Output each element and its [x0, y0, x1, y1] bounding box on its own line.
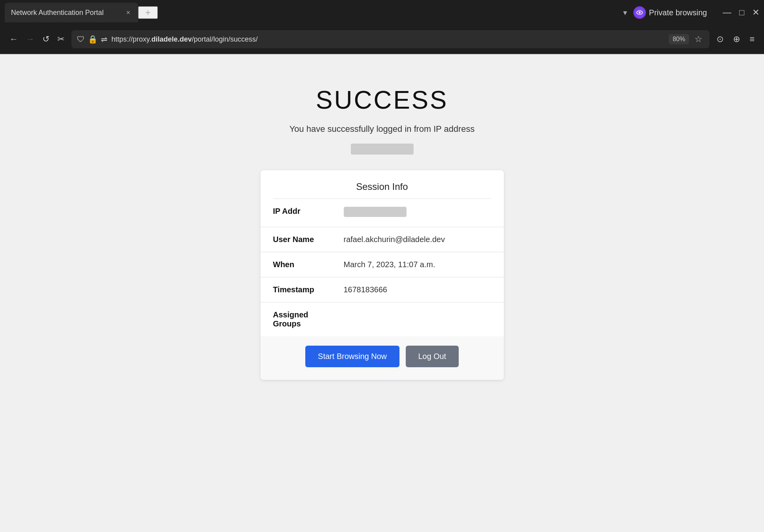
nav-buttons: ← → ↺ ✂ [6, 31, 67, 47]
shield-icon: 🛡 [77, 35, 85, 44]
private-browsing-label: Private browsing [649, 8, 707, 17]
url-suffix: /portal/login/success/ [192, 35, 258, 43]
table-row: User Name rafael.akchurin@diladele.dev [261, 227, 504, 252]
tab-close-button[interactable]: × [124, 7, 132, 18]
connection-icon: ⇌ [101, 35, 108, 44]
menu-button[interactable]: ≡ [746, 31, 758, 47]
start-browsing-button[interactable]: Start Browsing Now [305, 346, 399, 367]
window-controls: — □ ✕ [723, 7, 759, 18]
when-label: When [261, 252, 331, 277]
forward-button[interactable]: → [23, 31, 38, 47]
lock-icon: 🔒 [88, 35, 98, 44]
refresh-button[interactable]: ↺ [39, 31, 53, 47]
ip-addr-value [331, 199, 504, 227]
tab-bar-right: ▾ Private browsing — □ ✕ [623, 6, 759, 19]
bookmark-button[interactable]: ☆ [693, 33, 704, 46]
log-out-button[interactable]: Log Out [406, 346, 459, 367]
toolbar: ← → ↺ ✂ 🛡 🔒 ⇌ https://proxy.diladele.dev… [0, 25, 764, 53]
minimize-button[interactable]: — [723, 7, 731, 18]
table-row: When March 7, 2023, 11:07 a.m. [261, 252, 504, 277]
table-row: Timestamp 1678183666 [261, 277, 504, 302]
private-browsing-icon [633, 6, 646, 19]
success-subtitle: You have successfully logged in from IP … [289, 124, 474, 134]
url-text: https://proxy.diladele.dev/portal/login/… [111, 35, 665, 44]
new-tab-button[interactable]: + [138, 6, 158, 19]
card-footer: Start Browsing Now Log Out [261, 336, 504, 380]
session-info-table: IP Addr User Name rafael.akchurin@dilade… [261, 199, 504, 336]
ip-addr-label: IP Addr [261, 199, 331, 227]
zoom-level[interactable]: 80% [669, 34, 689, 44]
svg-point-1 [639, 12, 641, 14]
tracking-protection-button[interactable]: ✂ [54, 31, 67, 47]
table-row: IP Addr [261, 199, 504, 227]
session-card: Session Info IP Addr User Name rafael.ak… [261, 170, 504, 380]
timestamp-label: Timestamp [261, 277, 331, 302]
security-icons: 🛡 🔒 ⇌ [77, 35, 108, 44]
close-window-button[interactable]: ✕ [752, 7, 759, 18]
maximize-button[interactable]: □ [739, 7, 744, 18]
tab-dropdown-button[interactable]: ▾ [623, 8, 627, 17]
success-title: SUCCESS [316, 86, 448, 115]
address-bar[interactable]: 🛡 🔒 ⇌ https://proxy.diladele.dev/portal/… [71, 30, 709, 48]
extensions-button[interactable]: ⊕ [730, 31, 743, 47]
pocket-button[interactable]: ⊙ [713, 31, 727, 47]
table-row: AssignedGroups [261, 302, 504, 337]
url-domain: diladele.dev [151, 35, 192, 43]
url-prefix: https://proxy. [111, 35, 151, 43]
page-content: SUCCESS You have successfully logged in … [0, 54, 764, 531]
browser-chrome: Network Authentication Portal × + ▾ Priv… [0, 0, 764, 54]
assigned-groups-label: AssignedGroups [261, 302, 331, 337]
assigned-groups-value [331, 302, 504, 337]
ip-addr-redacted [344, 207, 407, 217]
ip-address-redacted [351, 144, 414, 155]
username-label: User Name [261, 227, 331, 252]
private-browsing-badge: Private browsing [633, 6, 707, 19]
back-button[interactable]: ← [6, 31, 21, 47]
toolbar-right-buttons: ⊙ ⊕ ≡ [713, 31, 758, 47]
active-tab[interactable]: Network Authentication Portal × [5, 3, 138, 22]
when-value: March 7, 2023, 11:07 a.m. [331, 252, 504, 277]
timestamp-value: 1678183666 [331, 277, 504, 302]
tab-bar: Network Authentication Portal × + ▾ Priv… [0, 0, 764, 25]
username-value: rafael.akchurin@diladele.dev [331, 227, 504, 252]
session-card-header: Session Info [261, 170, 504, 199]
tab-title: Network Authentication Portal [11, 9, 120, 17]
